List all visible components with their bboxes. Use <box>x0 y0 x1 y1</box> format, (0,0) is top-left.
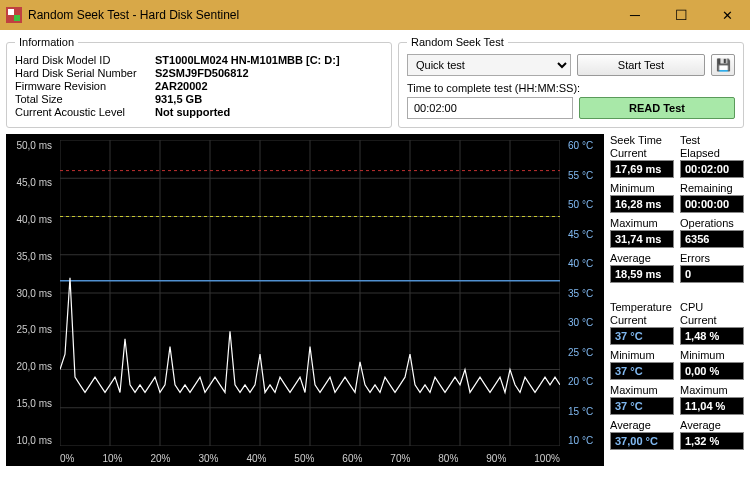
test-remaining: 00:00:00 <box>680 195 744 213</box>
info-value: 2AR20002 <box>155 80 383 92</box>
seek-min: 16,28 ms <box>610 195 674 213</box>
stat-label: Maximum <box>610 384 674 396</box>
cpu-title: CPU <box>680 301 744 313</box>
stat-label: Remaining <box>680 182 744 194</box>
temp-max: 37 °C <box>610 397 674 415</box>
chart-svg <box>60 140 560 446</box>
info-value: 931,5 GB <box>155 93 383 105</box>
x-axis-ticks: 0%10%20%30%40%50%60%70%80%90%100% <box>60 453 560 464</box>
cpu-max: 11,04 % <box>680 397 744 415</box>
time-label: Time to complete test (HH:MM:SS): <box>407 82 735 94</box>
maximize-button[interactable]: ☐ <box>658 0 704 30</box>
stat-label: Current <box>610 314 674 326</box>
stat-label: Minimum <box>610 349 674 361</box>
information-legend: Information <box>15 36 78 48</box>
test-title: Test <box>680 134 744 146</box>
temp-current: 37 °C <box>610 327 674 345</box>
stat-label: Elapsed <box>680 147 744 159</box>
svg-rect-1 <box>8 9 14 15</box>
test-elapsed: 00:02:00 <box>680 160 744 178</box>
save-icon: 💾 <box>716 58 731 72</box>
stat-label: Current <box>610 147 674 159</box>
svg-rect-2 <box>14 15 20 21</box>
info-label: Total Size <box>15 93 155 105</box>
read-test-button[interactable]: READ Test <box>579 97 735 119</box>
random-seek-test-panel: Random Seek Test Quick test Start Test 💾… <box>398 36 744 128</box>
test-operations: 6356 <box>680 230 744 248</box>
info-label: Firmware Revision <box>15 80 155 92</box>
save-button[interactable]: 💾 <box>711 54 735 76</box>
information-panel: Information Hard Disk Model ID ST1000LM0… <box>6 36 392 128</box>
stats-sidepanel: Seek Time Current 17,69 ms Minimum 16,28… <box>610 134 744 466</box>
stat-label: Minimum <box>610 182 674 194</box>
time-input[interactable] <box>407 97 573 119</box>
app-icon <box>6 7 22 23</box>
temp-min: 37 °C <box>610 362 674 380</box>
seek-max: 31,74 ms <box>610 230 674 248</box>
info-value: S2SMJ9FD506812 <box>155 67 383 79</box>
stat-label: Errors <box>680 252 744 264</box>
info-value: ST1000LM024 HN-M101MBB [C: D:] <box>155 54 383 66</box>
y-axis-left-ticks: 50,0 ms45,0 ms40,0 ms35,0 ms30,0 ms25,0 … <box>10 140 56 446</box>
stat-label: Current <box>680 314 744 326</box>
rst-legend: Random Seek Test <box>407 36 508 48</box>
info-value: Not supported <box>155 106 383 118</box>
test-mode-select[interactable]: Quick test <box>407 54 571 76</box>
stat-label: Average <box>610 419 674 431</box>
cpu-current: 1,48 % <box>680 327 744 345</box>
seek-current: 17,69 ms <box>610 160 674 178</box>
temperature-title: Temperature <box>610 301 674 313</box>
y-axis-right-ticks: 60 °C55 °C50 °C45 °C40 °C35 °C30 °C25 °C… <box>564 140 600 446</box>
test-errors: 0 <box>680 265 744 283</box>
stat-label: Minimum <box>680 349 744 361</box>
stat-label: Maximum <box>680 384 744 396</box>
info-label: Hard Disk Model ID <box>15 54 155 66</box>
close-button[interactable]: ✕ <box>704 0 750 30</box>
stat-label: Maximum <box>610 217 674 229</box>
cpu-min: 0,00 % <box>680 362 744 380</box>
title-bar: Random Seek Test - Hard Disk Sentinel ─ … <box>0 0 750 30</box>
seek-avg: 18,59 ms <box>610 265 674 283</box>
seek-time-title: Seek Time <box>610 134 674 146</box>
seek-time-chart: 50,0 ms45,0 ms40,0 ms35,0 ms30,0 ms25,0 … <box>6 134 604 466</box>
stat-label: Average <box>610 252 674 264</box>
temp-avg: 37,00 °C <box>610 432 674 450</box>
stat-label: Average <box>680 419 744 431</box>
start-test-button[interactable]: Start Test <box>577 54 705 76</box>
window-buttons: ─ ☐ ✕ <box>612 0 750 30</box>
minimize-button[interactable]: ─ <box>612 0 658 30</box>
info-label: Current Acoustic Level <box>15 106 155 118</box>
info-label: Hard Disk Serial Number <box>15 67 155 79</box>
cpu-avg: 1,32 % <box>680 432 744 450</box>
stat-label: Operations <box>680 217 744 229</box>
window-title: Random Seek Test - Hard Disk Sentinel <box>28 8 612 22</box>
